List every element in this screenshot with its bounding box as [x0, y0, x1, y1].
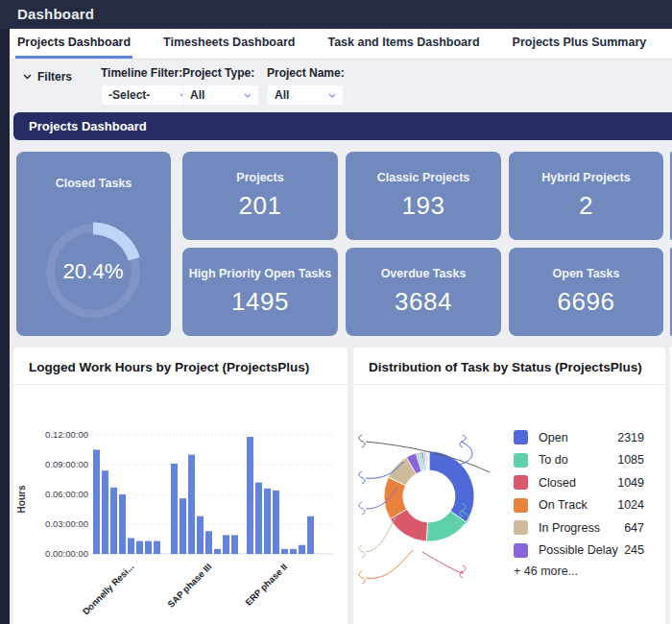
kpi-title: Closed Tasks — [56, 177, 132, 190]
kpi-title: Open Tasks — [553, 267, 620, 280]
legend-item-possible-delay[interactable]: Possible Delay 245 — [514, 540, 644, 563]
chevron-down-icon — [23, 74, 32, 80]
legend-label: Closed — [539, 476, 617, 490]
dashboard-page: Dashboard Projects Dashboard Timesheets … — [0, 0, 672, 624]
app-header: Dashboard — [0, 0, 672, 29]
kpi-title: Hybrid Projects — [541, 171, 630, 184]
project-type-value: All — [190, 88, 204, 102]
legend-swatch — [514, 430, 528, 444]
timeline-filter-value: -Select- — [108, 88, 150, 102]
legend-value: 1024 — [617, 498, 644, 512]
legend-value: 1049 — [617, 476, 644, 490]
kpi-card-high-priority-open-tasks[interactable]: High Priority Open Tasks 1495 — [182, 248, 338, 336]
logged-work-hours-bar-chart[interactable]: 0.00:00:000.03:00:000.06:00:000.09:00:00… — [13, 403, 348, 620]
chevron-down-icon — [244, 93, 252, 98]
kpi-value: 193 — [402, 191, 445, 221]
kpi-card-projects[interactable]: Projects 201 — [182, 152, 338, 240]
tab-task-and-items-dashboard[interactable]: Task and Items Dashboard — [325, 29, 481, 59]
legend-swatch — [514, 475, 528, 490]
legend-swatch — [514, 543, 528, 558]
kpi-title: High Priority Open Tasks — [189, 267, 331, 280]
svg-text:0.00:00:00: 0.00:00:00 — [45, 548, 88, 559]
legend-item-closed[interactable]: Closed 1049 — [514, 471, 644, 494]
kpi-card-open-tasks[interactable]: Open Tasks 6696 — [509, 248, 663, 336]
legend-value: 1085 — [617, 453, 644, 467]
task-status-panel: Distribution of Task by Status (Projects… — [353, 348, 665, 624]
legend-item-on-track[interactable]: On Track 1024 — [514, 494, 644, 517]
project-type-field: Project Type: All — [182, 66, 259, 106]
project-name-label: Project Name: — [267, 66, 345, 80]
filters-toggle-label: Filters — [37, 70, 72, 84]
logged-work-hours-panel: Logged Work Hours by Project (ProjectsPl… — [13, 348, 348, 624]
svg-text:SAP phase III: SAP phase III — [165, 562, 213, 610]
donut-chart-title: Distribution of Task by Status (Projects… — [353, 348, 665, 385]
legend-label: Open — [539, 431, 617, 444]
kpi-title: Overdue Tasks — [381, 267, 467, 280]
legend-item-to-do[interactable]: To do 1085 — [514, 449, 644, 472]
kpi-value: 3684 — [395, 287, 452, 317]
project-name-select[interactable]: All — [267, 84, 344, 106]
kpi-value: 1495 — [231, 287, 289, 317]
svg-text:Hours: Hours — [16, 485, 27, 513]
legend-item-in-progress[interactable]: In Progress 647 — [514, 516, 644, 540]
legend-item-open[interactable]: Open 2319 — [514, 426, 644, 449]
svg-text:0.06:00:00: 0.06:00:00 — [45, 489, 88, 499]
legend-value: 245 — [624, 543, 644, 557]
project-name-field: Project Name: All — [267, 66, 345, 106]
legend-label: In Progress — [539, 521, 624, 535]
legend-label: To do — [539, 453, 617, 467]
timeline-filter-select[interactable]: -Select- — [101, 84, 195, 106]
legend-swatch — [514, 453, 528, 468]
legend-label: Possible Delay — [539, 543, 624, 557]
timeline-filter-label: Timeline Filter: — [101, 66, 195, 80]
tab-projects-dashboard[interactable]: Projects Dashboard — [15, 29, 132, 59]
legend-value: 647 — [624, 521, 644, 535]
svg-text:0.12:00:00: 0.12:00:00 — [45, 429, 88, 440]
svg-text:0.03:00:00: 0.03:00:00 — [45, 518, 88, 529]
legend-more-link[interactable]: + 46 more... — [514, 564, 578, 578]
svg-text:20.4%: 20.4% — [63, 259, 124, 283]
svg-text:ERP phase II: ERP phase II — [243, 562, 289, 608]
legend-value: 2319 — [617, 431, 644, 444]
kpi-value: 2 — [579, 191, 593, 221]
kpi-card-closed-tasks[interactable]: Closed Tasks 20.4% — [16, 152, 171, 336]
project-type-select[interactable]: All — [182, 84, 259, 106]
donut-legend: Open 2319 To do 1085 Closed 1049 On Trac… — [514, 426, 644, 562]
page-title: Dashboard — [17, 0, 94, 29]
kpi-value: 6696 — [558, 287, 615, 317]
legend-swatch — [514, 498, 528, 513]
closed-tasks-gauge: 20.4% — [16, 197, 171, 336]
svg-text:Donnelly Resi...: Donnelly Resi... — [81, 562, 136, 617]
project-name-value: All — [275, 88, 289, 102]
kpi-card-overdue-tasks[interactable]: Overdue Tasks 3684 — [346, 248, 501, 336]
kpi-value: 201 — [239, 191, 282, 221]
legend-swatch — [514, 520, 528, 535]
bar-chart-title: Logged Work Hours by Project (ProjectsPl… — [13, 348, 348, 385]
kpi-title: Projects — [236, 171, 283, 184]
tab-projects-plus-summary[interactable]: Projects Plus Summary — [511, 29, 649, 59]
tab-timesheets-dashboard[interactable]: Timesheets Dashboard — [161, 29, 297, 59]
dashboard-tabbar: Projects Dashboard Timesheets Dashboard … — [10, 29, 672, 60]
section-header-projects-dashboard: Projects Dashboard — [13, 112, 672, 140]
kpi-card-hybrid-projects[interactable]: Hybrid Projects 2 — [509, 152, 663, 240]
filter-bar: Filters Timeline Filter: -Select- Projec… — [10, 60, 672, 110]
filters-toggle[interactable]: Filters — [23, 70, 72, 84]
timeline-filter-field: Timeline Filter: -Select- — [101, 66, 195, 106]
legend-label: On Track — [539, 498, 617, 512]
left-nav-rail — [0, 29, 10, 624]
kpi-card-classic-projects[interactable]: Classic Projects 193 — [346, 152, 501, 240]
svg-text:0.09:00:00: 0.09:00:00 — [45, 459, 88, 469]
kpi-title: Classic Projects — [377, 171, 470, 184]
chevron-down-icon — [328, 93, 336, 98]
project-type-label: Project Type: — [182, 66, 259, 80]
